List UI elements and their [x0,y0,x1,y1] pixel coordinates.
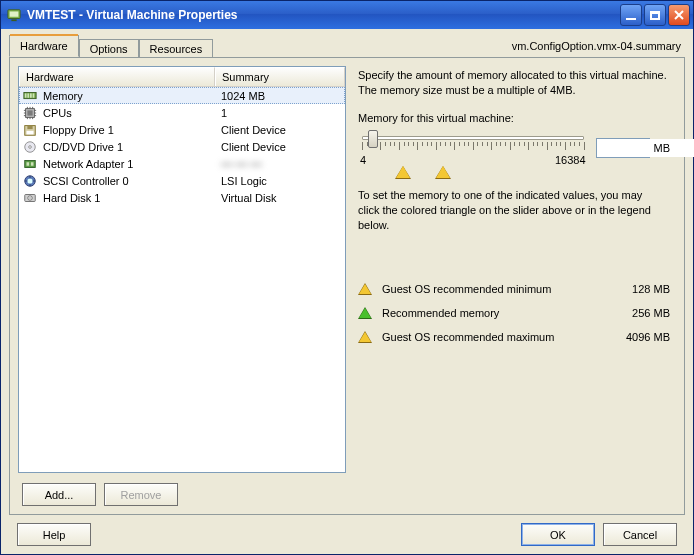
svg-point-22 [29,197,30,198]
marker-min[interactable] [396,166,410,178]
marker-max[interactable] [436,166,450,178]
tab-options-label: Options [90,43,128,55]
hardware-name: CPUs [39,107,215,119]
config-option-label: vm.ConfigOption.vmx-04.summary [512,40,685,52]
nic-icon [21,157,39,171]
svg-point-14 [29,145,32,148]
svg-point-19 [27,178,32,183]
hardware-summary: Virtual Disk [215,192,345,204]
memory-icon [21,89,39,103]
table-row[interactable]: Memory1024 MB [19,87,345,104]
memory-pane: Specify the amount of memory allocated t… [356,66,676,506]
table-row[interactable]: SCSI Controller 0LSI Logic [19,172,345,189]
hardware-summary: ••• ••• ••• [215,158,345,170]
svg-rect-6 [30,93,32,97]
memory-spinner[interactable] [596,138,650,158]
left-buttons: Add... Remove [18,483,346,506]
bottom-bar: Help OK Cancel [9,515,685,546]
hardware-name: Memory [39,90,215,102]
svg-rect-7 [33,93,35,97]
hardware-name: CD/DVD Drive 1 [39,141,215,153]
slider-scale-labels: 4 16384 [358,154,588,166]
memory-hint: To set the memory to one of the indicate… [358,188,658,233]
legend-row-max[interactable]: Guest OS recommended maximum 4096 MB [358,331,670,343]
svg-rect-15 [25,160,36,167]
maximize-button[interactable] [644,4,666,26]
tab-row: Hardware Options Resources vm.ConfigOpti… [9,35,685,57]
svg-rect-9 [27,110,32,115]
maximize-icon [650,11,660,20]
help-button[interactable]: Help [17,523,91,546]
svg-rect-2 [11,19,16,21]
hardware-summary: LSI Logic [215,175,345,187]
hardware-summary: 1 [215,107,345,119]
client-area: Hardware Options Resources vm.ConfigOpti… [1,29,693,554]
svg-rect-17 [31,162,34,166]
slider-markers [362,166,666,182]
titlebar[interactable]: VMTEST - Virtual Machine Properties [1,1,693,29]
svg-rect-5 [27,93,29,97]
cd-icon [21,140,39,154]
legend-rec-value: 256 MB [600,307,670,319]
cpu-icon [21,106,39,120]
titlebar-buttons [620,4,690,26]
legend-min-value: 128 MB [600,283,670,295]
svg-rect-12 [27,130,34,134]
add-button[interactable]: Add... [22,483,96,506]
triangle-yellow-icon [358,331,372,343]
hardware-list[interactable]: Hardware Summary Memory1024 MBCPUs1Flopp… [18,66,346,473]
close-button[interactable] [668,4,690,26]
hardware-panel: Hardware Summary Memory1024 MBCPUs1Flopp… [9,57,685,515]
close-icon [673,9,685,21]
app-icon [6,7,22,23]
tab-options[interactable]: Options [79,39,139,58]
col-summary[interactable]: Summary [215,67,345,86]
triangle-yellow-icon [358,283,372,295]
memory-unit: MB [654,142,671,154]
left-column: Hardware Summary Memory1024 MBCPUs1Flopp… [18,66,346,506]
memory-legend: Guest OS recommended minimum 128 MB Reco… [358,283,670,343]
title-main: Virtual Machine Properties [86,8,237,22]
floppy-icon [21,123,39,137]
title-sep: - [76,8,87,22]
tab-resources-label: Resources [150,43,203,55]
triangle-green-icon [358,307,372,319]
legend-row-min[interactable]: Guest OS recommended minimum 128 MB [358,283,670,295]
title-prefix: VMTEST [27,8,76,22]
scsi-icon [21,174,39,188]
legend-min-label: Guest OS recommended minimum [382,283,600,295]
table-row[interactable]: CD/DVD Drive 1Client Device [19,138,345,155]
col-hardware[interactable]: Hardware [19,67,215,86]
memory-input[interactable] [597,139,695,157]
table-row[interactable]: Floppy Drive 1Client Device [19,121,345,138]
remove-button: Remove [104,483,178,506]
legend-row-rec[interactable]: Recommended memory 256 MB [358,307,670,319]
legend-max-value: 4096 MB [600,331,670,343]
legend-rec-label: Recommended memory [382,307,600,319]
cancel-button[interactable]: Cancel [603,523,677,546]
table-row[interactable]: Hard Disk 1Virtual Disk [19,189,345,206]
hardware-list-header: Hardware Summary [19,67,345,87]
tab-hardware[interactable]: Hardware [9,35,79,57]
ok-button[interactable]: OK [521,523,595,546]
minimize-button[interactable] [620,4,642,26]
memory-slider-row: 4 16384 MB [358,130,670,166]
memory-slider[interactable]: 4 16384 [358,130,588,166]
slider-thumb[interactable] [368,130,378,148]
slider-ticks [362,142,584,152]
table-row[interactable]: Network Adapter 1••• ••• ••• [19,155,345,172]
hardware-summary: Client Device [215,124,345,136]
hardware-name: Floppy Drive 1 [39,124,215,136]
hardware-summary: Client Device [215,141,345,153]
memory-label: Memory for this virtual machine: [358,112,670,124]
tab-resources[interactable]: Resources [139,39,214,58]
hardware-name: Hard Disk 1 [39,192,215,204]
disk-icon [21,191,39,205]
slider-min-label: 4 [360,154,366,166]
hardware-list-body: Memory1024 MBCPUs1Floppy Drive 1Client D… [19,87,345,472]
hardware-summary: 1024 MB [215,90,345,102]
vm-properties-window: VMTEST - Virtual Machine Properties Hard… [0,0,694,555]
memory-spin-group: MB [596,138,671,158]
table-row[interactable]: CPUs1 [19,104,345,121]
svg-rect-11 [27,125,32,129]
